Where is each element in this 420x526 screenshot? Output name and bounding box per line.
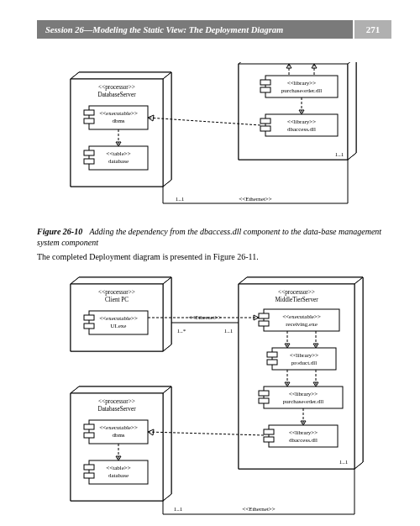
svg-text:purchaseorder.dll: purchaseorder.dll: [283, 398, 323, 405]
svg-rect-6: [84, 118, 94, 124]
svg-rect-100: [84, 473, 94, 478]
svg-rect-66: [267, 360, 277, 365]
ethernet-label-1: <<Ethernet>>: [239, 196, 272, 203]
svg-text:<<executable>>: <<executable>>: [282, 313, 321, 320]
svg-text:dbaccess.dll: dbaccess.dll: [287, 126, 316, 133]
header-title: Session 26—Modeling the Static View: The…: [37, 20, 353, 39]
svg-rect-99: [84, 465, 94, 470]
svg-marker-42: [163, 277, 171, 351]
mult-1-1-e: 1..1: [174, 506, 183, 513]
svg-rect-81: [264, 429, 274, 434]
component-dbms: <<executable>> dbms: [84, 106, 148, 129]
svg-text:DatabaseServer: DatabaseServer: [97, 406, 136, 413]
svg-rect-5: [84, 110, 94, 115]
svg-rect-21: [260, 87, 270, 92]
figure-caption-text: Adding the dependency from the dbaccess.…: [37, 227, 381, 247]
component-dbaccess: <<library>> dbaccess.dll: [260, 114, 338, 136]
node-middle-tier: <<processor>> MiddleTierServer <<executa…: [239, 277, 363, 469]
mult-1-star: 1..*: [177, 328, 186, 334]
svg-text:<<library>>: <<library>>: [287, 80, 317, 87]
svg-text:<<library>>: <<library>>: [289, 391, 318, 397]
node-client-pc: <<processor>> Client PC <<executable>> U…: [71, 277, 171, 351]
svg-rect-74: [259, 391, 269, 396]
component-ui-exe: <<executable>> UI.exe: [84, 311, 148, 334]
svg-rect-93: [84, 433, 94, 438]
component-purchaseorder-2: <<library>> purchaseorder.dll: [259, 387, 343, 408]
stereotype-processor: <<processor>>: [98, 84, 135, 91]
svg-marker-2: [163, 72, 171, 187]
svg-text:<<processor>>: <<processor>>: [278, 289, 315, 296]
header-page-number: 271: [354, 20, 391, 39]
svg-rect-55: [264, 309, 339, 331]
svg-text:database: database: [108, 472, 129, 479]
node-database-server-2: <<processor>> DatabaseServer <<executabl…: [71, 387, 171, 501]
component-product: <<library>> product.dll: [267, 348, 336, 370]
label-database-server: DatabaseServer: [97, 92, 136, 98]
component-database-2: <<table>> database: [84, 460, 148, 484]
svg-text:database: database: [108, 158, 129, 165]
svg-marker-41: [71, 277, 171, 284]
figure-26-10-caption: Figure 26-10 Adding the dependency from …: [37, 227, 391, 248]
svg-rect-30: [265, 114, 338, 136]
label-middle-tier: MiddleTierServer: [275, 297, 318, 303]
svg-text:<<library>>: <<library>>: [289, 429, 318, 436]
svg-rect-65: [267, 352, 277, 357]
svg-rect-75: [259, 398, 269, 403]
mult-1-1-b: 1..1: [176, 196, 185, 203]
component-dbaccess-2: <<library>> dbaccess.dll: [264, 425, 338, 447]
svg-marker-51: [239, 277, 363, 284]
svg-marker-1: [71, 72, 171, 79]
label-client-pc: Client PC: [105, 297, 129, 303]
svg-text:dbaccess.dll: dbaccess.dll: [289, 437, 318, 444]
figure-26-10: .node3d { fill:#fff; stroke:#000; stroke…: [37, 62, 381, 222]
svg-rect-56: [259, 313, 269, 318]
svg-rect-92: [84, 424, 94, 429]
mult-1-1-a: 1..1: [335, 151, 344, 158]
page-header: Session 26—Modeling the Static View: The…: [37, 20, 391, 39]
mult-1-1-d: 1..1: [224, 328, 234, 334]
ethernet-label-3: <<Ethernet>>: [242, 506, 276, 513]
figure-number: Figure 26-10: [37, 227, 82, 236]
svg-text:<<table>>: <<table>>: [106, 465, 130, 471]
component-dbms-2: <<executable>> dbms: [84, 420, 148, 444]
component-database: <<table>> database: [84, 146, 148, 170]
svg-rect-12: [84, 150, 94, 155]
node-database-server: <<processor>> DatabaseServer <<executabl…: [71, 72, 171, 187]
body-paragraph: The completed Deployment diagram is pres…: [37, 251, 391, 262]
svg-rect-32: [260, 126, 270, 131]
svg-text:<<processor>>: <<processor>>: [98, 398, 135, 405]
svg-text:product.dll: product.dll: [291, 360, 318, 366]
svg-rect-47: [84, 323, 94, 329]
svg-text:<<library>>: <<library>>: [290, 352, 319, 359]
svg-rect-31: [260, 118, 270, 124]
svg-text:<<library>>: <<library>>: [287, 118, 317, 125]
component-purchaseorder: <<library>> purchaseorder.dll: [260, 76, 338, 97]
svg-text:UI.exe: UI.exe: [111, 323, 127, 329]
svg-marker-87: [163, 387, 171, 501]
svg-marker-86: [71, 387, 171, 393]
svg-rect-82: [264, 437, 274, 442]
svg-text:<<executable>>: <<executable>>: [99, 110, 138, 117]
svg-rect-20: [260, 80, 270, 85]
component-receiving: <<executable>> receiving.exe: [259, 309, 339, 331]
svg-rect-73: [264, 387, 343, 408]
svg-rect-64: [272, 348, 336, 370]
svg-text:<<processor>>: <<processor>>: [98, 289, 135, 296]
figure-26-11: .node3d { fill:#fff; stroke:#000; stroke…: [37, 269, 381, 521]
svg-marker-18: [348, 62, 356, 160]
svg-text:dbms: dbms: [112, 432, 124, 439]
svg-text:purchaseorder.dll: purchaseorder.dll: [281, 87, 322, 94]
svg-text:<<table>>: <<table>>: [106, 150, 130, 157]
svg-rect-13: [84, 159, 94, 164]
mult-1-1-c: 1..1: [339, 459, 349, 466]
svg-text:dbms: dbms: [112, 118, 124, 124]
svg-text:<<executable>>: <<executable>>: [99, 424, 138, 431]
svg-text:receiving.exe: receiving.exe: [286, 321, 318, 328]
svg-rect-80: [269, 425, 338, 447]
node-right-partial: <<library>> purchaseorder.dll <<library>…: [239, 62, 356, 160]
svg-rect-57: [259, 321, 269, 326]
svg-rect-19: [265, 76, 338, 97]
svg-marker-52: [354, 277, 363, 469]
svg-text:<<executable>>: <<executable>>: [99, 315, 138, 322]
svg-rect-46: [84, 315, 94, 320]
